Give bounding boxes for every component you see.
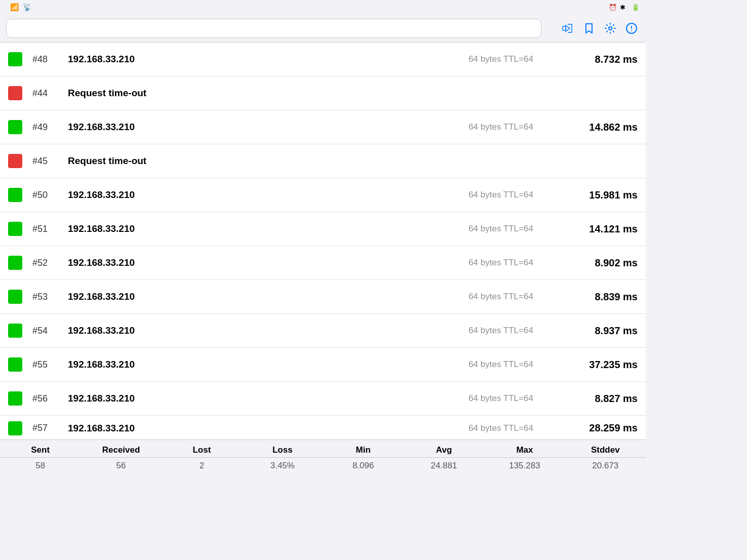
ping-time: 15.981 ms bbox=[557, 189, 638, 201]
status-left: 📶 📡 bbox=[6, 3, 31, 11]
share-button[interactable] bbox=[560, 20, 576, 36]
ping-time: 14.121 ms bbox=[557, 223, 638, 235]
ping-address: 192.168.33.210 bbox=[68, 291, 445, 302]
success-indicator bbox=[8, 357, 22, 372]
stat-value-cell: 58 bbox=[0, 461, 81, 471]
ping-address: 192.168.33.210 bbox=[68, 393, 445, 404]
stats-bar: SentReceivedLostLossMinAvgMaxStddev 5856… bbox=[0, 439, 646, 476]
wifi-icon: 📶 bbox=[10, 3, 19, 11]
success-indicator bbox=[8, 391, 22, 406]
ping-bytes: 64 bytes TTL=64 bbox=[445, 122, 557, 132]
stat-header: Avg bbox=[404, 445, 484, 455]
ping-sequence: #50 bbox=[32, 190, 68, 201]
ping-row: #55192.168.33.21064 bytes TTL=6437.235 m… bbox=[0, 348, 646, 382]
stat-header: Sent bbox=[0, 445, 81, 455]
stat-value-text: 135.283 bbox=[509, 461, 540, 470]
stat-header-label: Received bbox=[102, 445, 140, 455]
ping-sequence: #52 bbox=[32, 258, 68, 268]
bookmark-button[interactable] bbox=[581, 20, 597, 36]
ping-address: 192.168.33.210 bbox=[68, 359, 445, 370]
stat-value-cell: 2 bbox=[162, 461, 242, 471]
stat-header-label: Stddev bbox=[591, 445, 620, 455]
success-indicator bbox=[8, 52, 22, 66]
success-indicator bbox=[8, 324, 22, 338]
address-bar[interactable] bbox=[6, 19, 541, 38]
success-indicator bbox=[8, 421, 22, 435]
ping-sequence: #45 bbox=[32, 156, 68, 167]
ping-sequence: #56 bbox=[32, 393, 68, 404]
alarm-icon: ⏰ bbox=[609, 4, 617, 11]
ping-sequence: #57 bbox=[32, 423, 68, 433]
ping-sequence: #49 bbox=[32, 122, 68, 133]
ping-address: Request time-out bbox=[68, 88, 445, 99]
stat-header-label: Min bbox=[356, 445, 371, 455]
success-indicator bbox=[8, 290, 22, 304]
gear-icon bbox=[604, 22, 616, 34]
stat-value-text: 24.881 bbox=[431, 461, 457, 470]
ping-time: 8.827 ms bbox=[557, 393, 638, 405]
stat-value-cell: 56 bbox=[81, 461, 161, 471]
ping-row: #57192.168.33.21064 bytes TTL=6428.259 m… bbox=[0, 416, 646, 441]
ping-bytes: 64 bytes TTL=64 bbox=[445, 224, 557, 234]
ping-bytes: 64 bytes TTL=64 bbox=[445, 292, 557, 302]
stat-value-cell: 8.096 bbox=[323, 461, 404, 471]
stat-header: Max bbox=[484, 445, 565, 455]
ping-address: 192.168.33.210 bbox=[68, 423, 445, 434]
signal-icon: 📡 bbox=[23, 3, 31, 11]
ping-sequence: #54 bbox=[32, 326, 68, 336]
stat-header-label: Avg bbox=[436, 445, 452, 455]
stat-header: Stddev bbox=[565, 445, 646, 455]
success-indicator bbox=[8, 120, 22, 134]
stat-header: Lost bbox=[162, 445, 242, 455]
stats-values: 585623.45%8.09624.881135.28320.673 bbox=[0, 458, 646, 476]
ping-time: 28.259 ms bbox=[557, 422, 638, 434]
stat-header: Min bbox=[323, 445, 404, 455]
ping-time: 8.937 ms bbox=[557, 325, 638, 337]
timeout-indicator bbox=[8, 154, 22, 168]
info-button[interactable] bbox=[623, 20, 640, 36]
stats-headers: SentReceivedLostLossMinAvgMaxStddev bbox=[0, 440, 646, 458]
ping-bytes: 64 bytes TTL=64 bbox=[445, 359, 557, 370]
ping-time: 37.235 ms bbox=[557, 359, 638, 371]
ping-row: #49192.168.33.21064 bytes TTL=6414.862 m… bbox=[0, 110, 646, 144]
stat-header-label: Lost bbox=[192, 445, 211, 455]
stat-value-cell: 135.283 bbox=[484, 461, 565, 471]
stat-header-label: Max bbox=[516, 445, 533, 455]
ping-row: #56192.168.33.21064 bytes TTL=648.827 ms bbox=[0, 382, 646, 416]
ping-row: #52192.168.33.21064 bytes TTL=648.902 ms bbox=[0, 246, 646, 280]
svg-point-1 bbox=[609, 27, 612, 30]
ping-bytes: 64 bytes TTL=64 bbox=[445, 54, 557, 64]
ping-sequence: #53 bbox=[32, 292, 68, 302]
share-icon bbox=[562, 22, 574, 34]
status-bar: 📶 📡 ⏰ ✱ 🔋 bbox=[0, 0, 646, 14]
ping-row: #54192.168.33.21064 bytes TTL=648.937 ms bbox=[0, 314, 646, 348]
ping-sequence: #44 bbox=[32, 88, 68, 99]
ping-row: #48192.168.33.21064 bytes TTL=648.732 ms bbox=[0, 43, 646, 76]
stat-value-text: 2 bbox=[200, 461, 204, 470]
stat-header-label: Sent bbox=[31, 445, 50, 455]
ping-sequence: #55 bbox=[32, 359, 68, 370]
ping-time: 8.839 ms bbox=[557, 291, 638, 303]
ping-row: #45Request time-out bbox=[0, 144, 646, 178]
ping-list: #48192.168.33.21064 bytes TTL=648.732 ms… bbox=[0, 43, 646, 441]
ping-row: #53192.168.33.21064 bytes TTL=648.839 ms bbox=[0, 280, 646, 314]
ping-address: 192.168.33.210 bbox=[68, 54, 445, 65]
ping-bytes: 64 bytes TTL=64 bbox=[445, 326, 557, 336]
stat-header: Received bbox=[81, 445, 161, 455]
battery-icon: 🔋 bbox=[632, 4, 640, 11]
success-indicator bbox=[8, 188, 22, 202]
stat-value-cell: 20.673 bbox=[565, 461, 646, 471]
ping-row: #44Request time-out bbox=[0, 76, 646, 110]
bluetooth-icon: ✱ bbox=[620, 4, 625, 11]
ping-address: 192.168.33.210 bbox=[68, 223, 445, 234]
ping-bytes: 64 bytes TTL=64 bbox=[445, 258, 557, 268]
settings-button[interactable] bbox=[602, 20, 618, 36]
stat-value-text: 56 bbox=[116, 461, 126, 470]
ping-time: 8.732 ms bbox=[557, 54, 638, 65]
stat-value-text: 20.673 bbox=[592, 461, 618, 470]
stat-value-cell: 24.881 bbox=[404, 461, 484, 471]
stat-value-text: 3.45% bbox=[270, 461, 295, 470]
ping-address: 192.168.33.210 bbox=[68, 325, 445, 336]
ping-time: 14.862 ms bbox=[557, 122, 638, 133]
ping-bytes: 64 bytes TTL=64 bbox=[445, 423, 557, 433]
